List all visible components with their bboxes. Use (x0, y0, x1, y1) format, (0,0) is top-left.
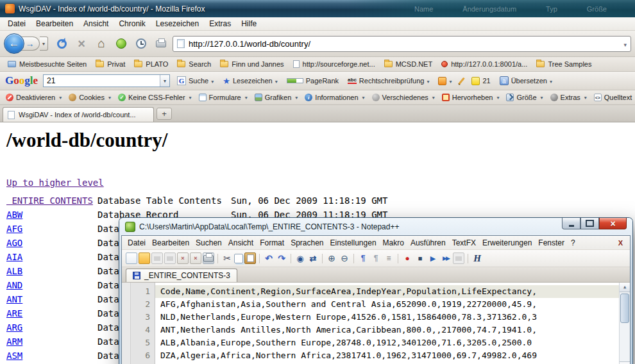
vertical-scrollbar[interactable] (619, 283, 630, 364)
maximize-button[interactable] (580, 218, 599, 229)
listing-entry-link[interactable]: ARM (6, 336, 97, 347)
highlight-counter[interactable]: 21 (470, 76, 492, 87)
listing-entry-link[interactable]: ARE (6, 308, 97, 318)
listing-entry-link[interactable]: AIA (6, 252, 97, 262)
new-file-button[interactable] (126, 252, 137, 264)
listing-entry-link[interactable]: ALB (6, 266, 97, 276)
text-content[interactable]: Code,Name,Continent,Region,SurfaceArea,I… (155, 283, 619, 364)
google-logo[interactable]: Google (5, 74, 38, 87)
find-button[interactable] (294, 252, 306, 264)
webdev-menu-item[interactable]: Cookies (65, 92, 115, 103)
google-search-input[interactable] (44, 76, 160, 85)
close-file-button[interactable] (177, 252, 189, 264)
webdev-menu-item[interactable]: Formulare (196, 92, 251, 103)
stop-macro-button[interactable] (414, 252, 426, 264)
firefox-menu-item[interactable]: Chronik (114, 18, 150, 29)
webdev-menu-item[interactable]: Quelltext (591, 92, 635, 103)
home-button[interactable] (93, 35, 110, 52)
google-search-button[interactable]: Suche (175, 75, 216, 87)
autofill-button[interactable] (436, 76, 453, 87)
notepadpp-menu-item[interactable]: Bearbeiten (149, 237, 192, 249)
tab-wsgidav[interactable]: WsgiDAV - Index of /world-db/count... (3, 107, 154, 122)
print-button[interactable] (203, 252, 214, 264)
notepadpp-menu-item[interactable]: Erweiterungen (479, 237, 535, 249)
back-button[interactable] (4, 33, 24, 54)
notepadpp-menu-item[interactable]: Einstellungen (327, 237, 380, 249)
notepadpp-menu-item[interactable]: Ausführen (407, 237, 449, 249)
bookmark-item[interactable]: http://127.0.0.1:8001/a... (437, 59, 531, 69)
listing-entry-link[interactable]: ARG (6, 322, 97, 333)
redo-button[interactable] (276, 252, 287, 264)
save-all-button[interactable] (164, 252, 176, 264)
replace-button[interactable] (307, 252, 319, 264)
listing-entry-link[interactable]: ANT (6, 294, 97, 304)
firefox-menu-item[interactable]: Hilfe (236, 18, 262, 29)
notepadpp-menu-item[interactable]: Suchen (192, 237, 225, 249)
listing-entry-link[interactable]: ASM (6, 351, 97, 361)
firefox-menu-item[interactable]: Bearbeiten (31, 18, 78, 29)
listing-entry-link[interactable]: ABW (6, 210, 97, 220)
firefox-menu-item[interactable]: Ansicht (78, 18, 114, 29)
zoom-out-button[interactable] (339, 252, 350, 264)
print-button[interactable] (153, 35, 169, 52)
bookmark-item[interactable]: Privat (92, 59, 129, 69)
google-search-box[interactable] (43, 74, 170, 87)
google-search-dropdown-icon[interactable] (160, 75, 169, 87)
bookmark-item[interactable]: Meistbesuchte Seiten (4, 59, 90, 69)
webdev-menu-item[interactable]: Grafiken (251, 92, 302, 103)
notepadpp-menu-item[interactable]: Fenster (535, 237, 568, 249)
scrollbar-up-arrow[interactable] (620, 283, 630, 292)
bookmark-item[interactable]: Search (173, 59, 215, 69)
minimize-button[interactable] (562, 218, 580, 229)
bookmark-item[interactable]: Finn und Jannes (216, 59, 287, 69)
notepadpp-menu-item[interactable]: TextFX (449, 237, 479, 249)
history-clock-button[interactable] (133, 35, 149, 52)
notepadpp-menu-item[interactable]: Datei (124, 237, 149, 249)
notepadpp-menu-item[interactable]: Ansicht (225, 237, 257, 249)
notepadpp-menu-item[interactable]: Makro (380, 237, 407, 249)
up-to-higher-level-link[interactable]: Up to higher level (6, 178, 104, 188)
webdev-menu-item[interactable]: Deaktivieren (3, 92, 65, 103)
url-dropdown-icon[interactable] (623, 38, 627, 49)
extension-button[interactable] (113, 35, 130, 52)
bookmark-margin[interactable] (122, 283, 131, 364)
bookmark-item[interactable]: http://sourceforge.net... (289, 59, 379, 69)
close-all-button[interactable] (190, 252, 201, 264)
listing-entry-link[interactable]: AGO (6, 238, 97, 248)
listing-entry-link[interactable]: _ENTIRE_CONTENTS (6, 195, 97, 206)
open-file-button[interactable] (139, 252, 150, 264)
webdev-menu-item[interactable]: Informationen (301, 92, 368, 103)
bookmark-item[interactable]: PLATO (130, 59, 172, 69)
cut-button[interactable] (221, 252, 233, 264)
scrollbar-down-arrow[interactable] (620, 361, 630, 364)
undo-button[interactable] (263, 252, 275, 264)
notepadpp-menu-item[interactable]: Sprachen (287, 237, 326, 249)
notepadpp-menu-item[interactable]: ? (568, 237, 579, 249)
html-preview-button[interactable] (471, 252, 483, 264)
webdev-menu-item[interactable]: Verschiedenes (369, 92, 439, 103)
reload-button[interactable] (53, 35, 70, 52)
notepadpp-menu-item[interactable]: Format (257, 237, 287, 249)
scrollbar-thumb[interactable] (620, 294, 629, 323)
paste-button[interactable] (244, 252, 256, 264)
pen-button[interactable] (459, 76, 464, 87)
bookmark-item[interactable]: MCSD.NET (380, 59, 436, 69)
new-tab-button[interactable]: + (157, 108, 172, 120)
history-dropdown-button[interactable] (40, 37, 48, 51)
document-tab[interactable]: _ENTIRE_CONTENTS-3 (126, 269, 237, 282)
firefox-menu-item[interactable]: Extras (204, 18, 236, 29)
google-bookmarks-button[interactable]: Lesezeichen (221, 75, 279, 87)
run-macro-multiple-button[interactable] (440, 252, 452, 264)
notepadpp-titlebar[interactable]: C:\Users\Martin\AppData\Local\Temp\_ENTI… (121, 218, 631, 235)
webdev-menu-item[interactable]: Extras (547, 92, 591, 103)
word-wrap-button[interactable] (357, 252, 369, 264)
save-button[interactable] (151, 252, 163, 264)
firefox-titlebar[interactable]: WsgiDAV - Index of /world-db/country/ - … (0, 0, 635, 17)
pagerank-indicator[interactable]: PageRank (285, 76, 341, 86)
zoom-in-button[interactable] (326, 252, 337, 264)
listing-entry-link[interactable]: AFG (6, 224, 97, 234)
bookmark-item[interactable]: Tree Samples (532, 59, 595, 69)
spellcheck-button[interactable]: Rechtschreibprüfung (346, 76, 431, 86)
firefox-menu-item[interactable]: Lesezeichen (151, 18, 204, 29)
close-button[interactable] (599, 218, 627, 229)
